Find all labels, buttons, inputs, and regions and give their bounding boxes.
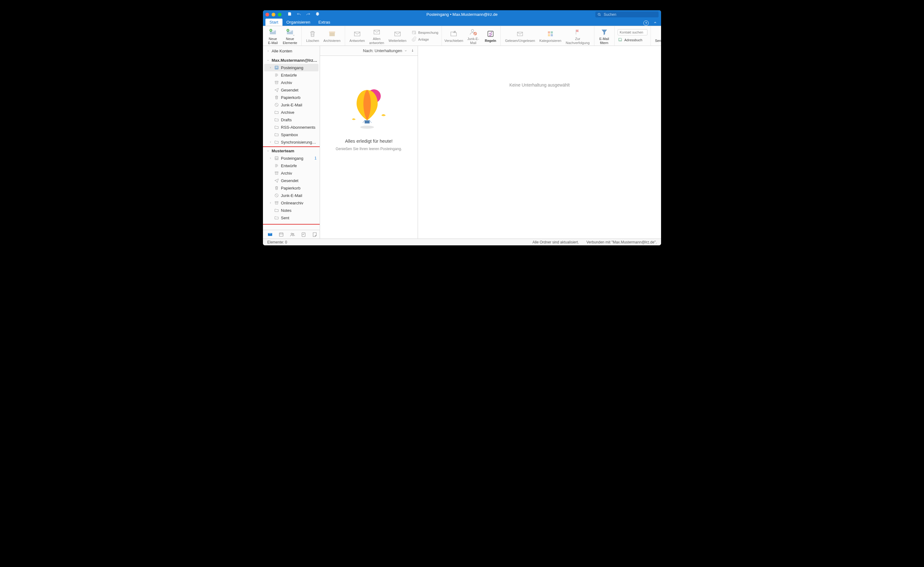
rules-button[interactable]: Regeln — [484, 28, 497, 43]
reading-pane: Keine Unterhaltung ausgewählt — [418, 46, 661, 239]
forward-button[interactable]: Weiterleiten — [387, 28, 408, 43]
folder-inbox[interactable]: Posteingang — [264, 64, 318, 71]
quick-access-toolbar — [287, 12, 320, 17]
chevron-right-icon — [268, 140, 272, 144]
redo-icon[interactable] — [306, 12, 310, 17]
drafts-icon — [274, 163, 279, 168]
tab-start[interactable]: Start — [266, 19, 282, 26]
save-icon[interactable] — [287, 12, 292, 17]
follow-up-button[interactable]: Zur Nachverfolgung — [564, 26, 591, 45]
folder-team-drafts[interactable]: Entwürfe — [263, 162, 320, 169]
folder-tree: Alle Konten Max.Mustermann@lrz.de Postei… — [263, 46, 320, 230]
chevron-down-icon — [266, 149, 270, 153]
reply-button[interactable]: Antworten — [348, 28, 366, 43]
svg-point-19 — [360, 126, 374, 129]
help-icon[interactable]: ? — [644, 21, 649, 26]
chevron-right-icon — [268, 66, 272, 69]
filter-button[interactable]: E-Mail filtern — [597, 26, 611, 45]
meeting-icon — [411, 30, 416, 35]
folder-icon — [274, 117, 279, 122]
sent-icon — [274, 178, 279, 183]
new-elements-button[interactable]: Neue Elemente — [282, 26, 298, 45]
junk-button[interactable]: Junk-E-Mail — [465, 26, 482, 45]
folder-icon — [274, 110, 279, 115]
folder-spambox[interactable]: Spambox — [263, 131, 320, 138]
minimize-window-button[interactable] — [272, 13, 275, 17]
address-book-button[interactable]: Adressbuch — [618, 37, 642, 43]
account-node[interactable]: Musterteam — [263, 147, 320, 155]
folder-drafts2[interactable]: Drafts — [263, 116, 320, 123]
folder-rss[interactable]: RSS-Abonnements — [263, 123, 320, 131]
new-mail-button[interactable]: Neue E-Mail — [266, 26, 280, 45]
folder-team-notes[interactable]: Notes — [263, 207, 320, 214]
nav-tasks-icon[interactable] — [301, 232, 306, 237]
folder-team-onlinearchive[interactable]: Onlinearchiv — [263, 199, 320, 207]
nav-calendar-icon[interactable] — [279, 232, 284, 237]
trash-icon — [274, 95, 279, 100]
folder-team-archive[interactable]: Archiv — [263, 169, 320, 177]
close-window-button[interactable] — [266, 13, 269, 17]
address-book-icon — [618, 37, 622, 43]
main-area: Alle Konten Max.Mustermann@lrz.de Postei… — [263, 46, 661, 239]
contact-search-input[interactable] — [618, 29, 647, 35]
folder-team-sent2[interactable]: Sent — [263, 214, 320, 221]
tab-extras[interactable]: Extras — [314, 19, 334, 26]
move-button[interactable]: Verschieben — [445, 28, 463, 43]
ribbon-tabstrip: Start Organisieren Extras ? — [263, 19, 661, 26]
folder-junk[interactable]: Junk-E-Mail — [263, 101, 320, 108]
folder-drafts[interactable]: Entwürfe — [263, 71, 320, 79]
folder-archive2[interactable]: Archive — [263, 108, 320, 116]
search-icon — [597, 12, 601, 17]
zoom-window-button[interactable] — [278, 13, 282, 17]
nav-people-icon[interactable] — [290, 232, 295, 237]
balloon-illustration — [347, 84, 391, 130]
archive-button[interactable]: Archivieren — [322, 28, 342, 43]
reply-all-button[interactable]: Allen antworten — [368, 26, 386, 45]
nav-mail-icon[interactable] — [267, 232, 273, 237]
folder-team-inbox[interactable]: Posteingang 1 — [263, 155, 320, 162]
folder-archive[interactable]: Archiv — [263, 79, 320, 86]
empty-title: Alles erledigt für heute! — [345, 138, 393, 144]
drafts-icon — [274, 72, 279, 78]
sort-direction-button[interactable] — [411, 48, 414, 53]
status-connection: Verbunden mit "Max.Mustermann@lrz.de". — [586, 240, 657, 244]
collapse-ribbon-icon[interactable] — [653, 21, 657, 26]
account-node[interactable]: Max.Mustermann@lrz.de — [263, 56, 320, 64]
delete-button[interactable]: Löschen — [305, 28, 320, 43]
print-icon[interactable] — [315, 12, 320, 17]
window-controls — [266, 13, 282, 17]
all-accounts-node[interactable]: Alle Konten — [263, 47, 320, 54]
folder-team-junk[interactable]: Junk-E-Mail — [263, 192, 320, 199]
junk-icon — [274, 102, 279, 107]
tab-organize[interactable]: Organisieren — [282, 19, 314, 26]
read-unread-button[interactable]: Gelesen/Ungelesen — [504, 28, 536, 43]
search-box[interactable] — [596, 12, 658, 17]
send-receive-button[interactable]: Senden/Empfangen — [654, 28, 661, 43]
nav-notes-icon[interactable] — [312, 232, 318, 237]
inbox-icon — [274, 65, 279, 70]
archive-icon — [274, 171, 279, 176]
attachment-button[interactable]: Anlage — [411, 37, 438, 42]
list-header: Nach: Unterhaltungen — [320, 46, 418, 56]
sort-by-button[interactable]: Nach: Unterhaltungen — [363, 48, 407, 53]
sent-icon — [274, 87, 279, 92]
ribbon: Neue E-Mail Neue Elemente Löschen Archiv… — [263, 26, 661, 46]
categorize-button[interactable]: Kategorisieren — [538, 28, 563, 43]
nav-strip — [263, 230, 320, 239]
folder-team-trash[interactable]: Papierkorb — [263, 184, 320, 192]
folder-trash[interactable]: Papierkorb — [263, 94, 320, 101]
empty-subtitle: Genießen Sie Ihren leeren Posteingang. — [336, 147, 402, 151]
svg-rect-18 — [364, 120, 370, 123]
archive-icon — [274, 80, 279, 85]
folder-sent[interactable]: Gesendet — [263, 86, 320, 94]
folder-team-sent[interactable]: Gesendet — [263, 177, 320, 184]
message-list-pane: Nach: Unterhaltungen — [320, 46, 418, 239]
undo-icon[interactable] — [296, 12, 302, 17]
app-window: Posteingang • Max.Mustermann@lrz.de Star… — [263, 10, 661, 245]
meeting-button[interactable]: Besprechung — [411, 30, 438, 35]
folder-icon — [274, 208, 279, 213]
folder-sync-issues[interactable]: Synchronisierungspro… — [263, 138, 320, 146]
junk-icon — [274, 193, 279, 198]
trash-icon — [274, 185, 279, 191]
search-input[interactable] — [603, 12, 657, 17]
